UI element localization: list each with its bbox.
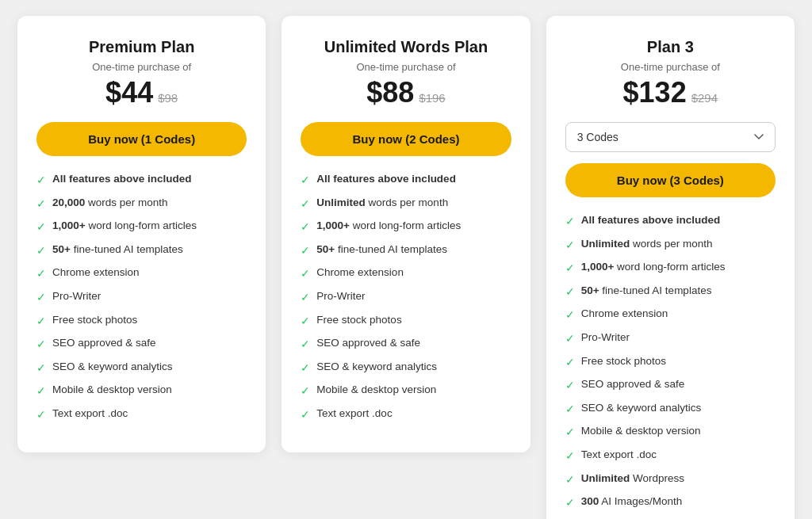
feature-item: ✓50+ fine-tuned AI templates [565,284,776,300]
card-subtitle: One-time purchase of [301,61,511,73]
check-icon: ✓ [565,472,575,488]
check-icon: ✓ [301,290,310,306]
feature-item: ✓All features above included [301,172,511,189]
pricing-card-unlimited: Unlimited Words PlanOne-time purchase of… [282,16,530,452]
feature-text: Chrome extension [316,265,404,280]
check-icon: ✓ [36,197,46,212]
feature-item: ✓1,000+ word long-form articles [36,219,247,235]
check-icon: ✓ [301,243,310,259]
feature-text: Text export .doc [52,406,128,422]
feature-text: SEO approved & safe [581,377,685,392]
feature-text: SEO & keyword analytics [52,360,173,375]
pricing-container: Premium PlanOne-time purchase of$44$98Bu… [17,16,795,519]
feature-item: ✓Unlimited words per month [301,196,511,212]
codes-select[interactable]: 1 Code2 Codes3 Codes [565,122,776,152]
price-row: $44$98 [36,76,247,109]
feature-text: Mobile & desktop version [52,383,172,398]
feature-item: ✓Unlimited words per month [565,237,776,254]
feature-item: ✓All features above included [36,172,247,189]
buy-button[interactable]: Buy now (2 Codes) [301,122,511,156]
feature-text: 1,000+ word long-form articles [316,219,461,234]
feature-item: ✓SEO approved & safe [565,377,776,394]
feature-item: ✓Text export .doc [36,406,247,423]
feature-text: 50+ fine-tuned AI templates [581,284,712,299]
buy-button[interactable]: Buy now (1 Codes) [36,122,247,156]
feature-text: All features above included [52,172,192,187]
price-row: $132$294 [565,76,776,109]
feature-item: ✓SEO & keyword analytics [301,360,511,376]
check-icon: ✓ [565,331,575,347]
feature-text: SEO approved & safe [316,336,420,351]
feature-text: Unlimited Wordpress [581,471,684,487]
card-subtitle: One-time purchase of [36,61,247,73]
feature-item: ✓Text export .doc [301,406,511,423]
feature-item: ✓Mobile & desktop version [565,424,776,441]
feature-text: Text export .doc [316,406,392,422]
feature-item: ✓300 AI Images/Month [565,494,776,511]
check-icon: ✓ [36,384,46,399]
card-title: Plan 3 [565,38,776,56]
check-icon: ✓ [36,243,46,259]
feature-text: Mobile & desktop version [581,424,701,439]
check-icon: ✓ [565,425,575,441]
check-icon: ✓ [565,402,575,418]
feature-item: ✓Pro-Writer [301,289,511,306]
feature-item: ✓1,000+ word long-form articles [301,219,511,235]
price-current: $88 [366,76,414,109]
price-original: $98 [158,91,178,105]
check-icon: ✓ [565,214,575,230]
card-title: Premium Plan [36,38,247,56]
feature-text: SEO & keyword analytics [316,360,437,375]
feature-text: Unlimited words per month [316,196,448,211]
check-icon: ✓ [565,261,575,277]
pricing-card-plan3: Plan 3One-time purchase of$132$2941 Code… [546,16,795,519]
feature-text: Pro-Writer [52,289,101,304]
feature-text: 50+ fine-tuned AI templates [316,242,447,258]
feature-text: Chrome extension [52,265,140,280]
check-icon: ✓ [36,337,46,353]
feature-text: Pro-Writer [316,289,365,304]
feature-text: SEO approved & safe [52,336,156,351]
feature-item: ✓1,000+ word long-form articles [565,260,776,277]
feature-item: ✓Free stock photos [565,354,776,371]
check-icon: ✓ [301,173,310,189]
feature-item: ✓Free stock photos [301,313,511,330]
feature-item: ✓50+ fine-tuned AI templates [301,242,511,259]
feature-item: ✓Pro-Writer [36,289,247,306]
features-list: ✓All features above included✓20,000 word… [36,172,247,423]
feature-item: ✓Mobile & desktop version [36,383,247,399]
feature-item: ✓SEO & keyword analytics [565,401,776,418]
check-icon: ✓ [301,407,310,423]
check-icon: ✓ [565,307,575,323]
feature-item: ✓Text export .doc [565,448,776,464]
feature-item: ✓Unlimited Wordpress [565,471,776,488]
check-icon: ✓ [301,314,310,330]
feature-text: 300 AI Images/Month [581,494,683,509]
check-icon: ✓ [301,337,310,353]
check-icon: ✓ [36,266,46,282]
check-icon: ✓ [36,219,46,235]
check-icon: ✓ [565,448,575,464]
check-icon: ✓ [36,361,46,376]
card-title: Unlimited Words Plan [301,38,511,56]
check-icon: ✓ [36,314,46,330]
check-icon: ✓ [565,378,575,394]
feature-item: ✓SEO approved & safe [301,336,511,353]
feature-item: ✓All features above included [565,213,776,230]
check-icon: ✓ [36,290,46,306]
check-icon: ✓ [301,361,310,376]
price-row: $88$196 [301,76,511,109]
feature-text: Chrome extension [581,307,668,322]
feature-text: Free stock photos [581,354,666,369]
card-subtitle: One-time purchase of [565,61,776,73]
price-original: $196 [419,91,445,105]
check-icon: ✓ [565,355,575,371]
feature-item: ✓Mobile & desktop version [301,383,511,399]
feature-item: ✓Chrome extension [565,307,776,323]
check-icon: ✓ [301,219,310,235]
feature-text: 1,000+ word long-form articles [52,219,197,234]
check-icon: ✓ [301,384,310,399]
feature-text: All features above included [581,213,721,228]
feature-item: ✓Free stock photos [36,313,247,330]
buy-button[interactable]: Buy now (3 Codes) [565,163,776,197]
